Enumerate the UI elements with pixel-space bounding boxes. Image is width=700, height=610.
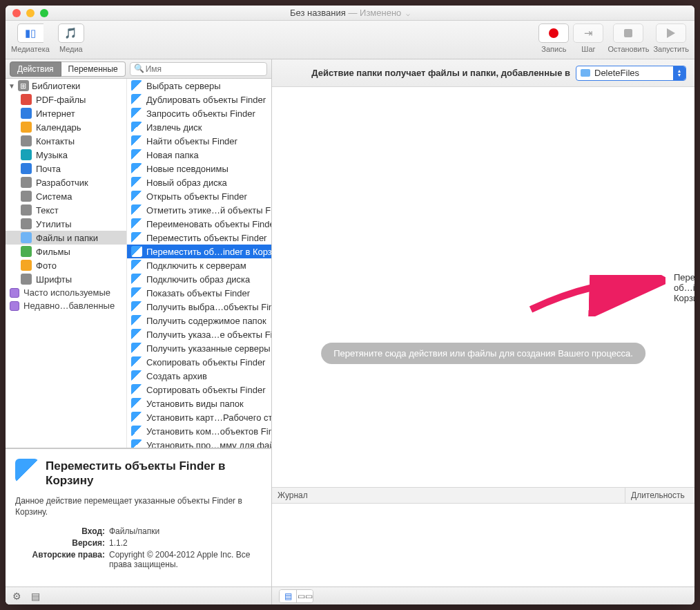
library-item[interactable]: Интернет	[6, 106, 126, 120]
library-item[interactable]: Разработчик	[6, 175, 126, 189]
action-row[interactable]: Получить выбра…объекты Finder	[127, 300, 271, 314]
smart-folder-label: Недавно…бавленные	[23, 301, 115, 311]
show-library-button[interactable]: ▮▯	[17, 23, 43, 43]
finder-icon	[131, 398, 142, 409]
action-row[interactable]: Подключить к серверам	[127, 258, 271, 272]
finder-icon	[131, 329, 142, 340]
action-row[interactable]: Выбрать серверы	[127, 79, 271, 93]
step-label: Шаг	[581, 45, 595, 53]
action-row[interactable]: Переименовать объекты Finder	[127, 217, 271, 231]
library-item-label: Фильмы	[36, 247, 70, 257]
tab-actions[interactable]: Действия	[10, 61, 61, 77]
minimize-button[interactable]	[26, 9, 35, 17]
record-button[interactable]	[538, 23, 569, 43]
action-row[interactable]: Новые псевдонимы	[127, 162, 271, 175]
library-panel-header: Действия Переменные 🔍	[6, 59, 271, 79]
close-button[interactable]	[12, 9, 21, 17]
placed-action[interactable]: Переместить об…inder в Корзину	[659, 272, 694, 303]
library-item[interactable]: Файлы и папки	[6, 231, 126, 245]
action-row[interactable]: Сортировать объекты Finder	[127, 383, 271, 397]
action-row[interactable]: Скопировать объекты Finder	[127, 355, 271, 369]
library-item[interactable]: Текст	[6, 203, 126, 217]
action-label: Сортировать объекты Finder	[146, 385, 265, 395]
action-row[interactable]: Получить указанные серверы	[127, 341, 271, 355]
library-item[interactable]: Контакты	[6, 134, 126, 148]
action-row[interactable]: Установить про…мму для файлов	[127, 438, 271, 448]
action-row[interactable]: Отметить этике…й объекты Finder	[127, 203, 271, 217]
detail-input-label: Вход:	[15, 526, 105, 536]
finder-icon	[659, 283, 670, 294]
action-label: Показать объекты Finder	[146, 288, 250, 298]
smart-folder[interactable]: Недавно…бавленные	[6, 299, 126, 312]
detail-copyright-label: Авторские права:	[15, 550, 105, 569]
category-icon	[21, 218, 32, 229]
finder-icon	[131, 218, 142, 229]
library-root[interactable]: ▼⊞Библиотеки	[6, 79, 126, 93]
action-row[interactable]: Получить содержимое папок	[127, 314, 271, 327]
title-chevron-icon[interactable]: ⌵	[406, 10, 410, 17]
gear-icon[interactable]: ⚙︎	[12, 591, 21, 602]
view-list-icon[interactable]: ▤	[280, 590, 296, 602]
finder-icon	[131, 204, 142, 216]
action-label: Установить виды папок	[146, 399, 244, 409]
log-col-journal[interactable]: Журнал	[272, 488, 625, 503]
action-list[interactable]: Выбрать серверыДублировать объекты Finde…	[127, 79, 271, 448]
action-label: Новая папка	[146, 150, 199, 160]
tab-variables[interactable]: Переменные	[61, 61, 126, 77]
log-col-duration[interactable]: Длительность	[625, 488, 694, 503]
library-root-label: Библиотеки	[32, 81, 80, 91]
zoom-button[interactable]	[40, 9, 48, 17]
action-row[interactable]: Открыть объекты Finder	[127, 189, 271, 203]
library-item[interactable]: Система	[6, 189, 126, 203]
action-row[interactable]: Подключить образ диска	[127, 272, 271, 286]
finder-icon	[131, 287, 142, 298]
action-row[interactable]: Переместить объекты Finder	[127, 231, 271, 245]
library-item[interactable]: Почта	[6, 162, 126, 175]
workflow-canvas[interactable]: Переместить об…inder в Корзину Перетянит…	[272, 87, 694, 487]
run-label: Запустить	[653, 45, 689, 53]
finder-icon	[131, 439, 142, 448]
action-row[interactable]: Переместить об…inder в Корзину	[127, 245, 271, 258]
titlebar: Без названия — Изменено ⌵	[6, 6, 694, 21]
action-row[interactable]: Новый образ диска	[127, 175, 271, 189]
category-icon	[21, 232, 32, 243]
stop-button[interactable]	[613, 23, 643, 43]
library-item[interactable]: PDF-файлы	[6, 93, 126, 106]
view-flow-icon[interactable]: ▭▭	[296, 590, 313, 602]
action-label: Скопировать объекты Finder	[146, 357, 265, 368]
action-row[interactable]: Найти объекты Finder	[127, 134, 271, 148]
step-button[interactable]	[573, 23, 603, 43]
action-row[interactable]: Создать архив	[127, 369, 271, 383]
action-row[interactable]: Извлечь диск	[127, 120, 271, 134]
action-row[interactable]: Установить виды папок	[127, 397, 271, 410]
library-toggle-label: Медиатека	[11, 45, 50, 53]
action-row[interactable]: Установить карт…Рабочего стола	[127, 410, 271, 424]
action-row[interactable]: Получить указа…е объекты Finder	[127, 327, 271, 341]
library-item[interactable]: Шрифты	[6, 272, 126, 286]
workflow-view-toggle[interactable]: ▤ ▭▭	[279, 589, 313, 603]
action-row[interactable]: Запросить объекты Finder	[127, 106, 271, 120]
action-row[interactable]: Дублировать объекты Finder	[127, 93, 271, 106]
action-label: Переместить об…inder в Корзину	[146, 247, 271, 257]
smart-folder[interactable]: Часто используемые	[6, 286, 126, 299]
action-row[interactable]: Показать объекты Finder	[127, 286, 271, 300]
library-item[interactable]: Фильмы	[6, 245, 126, 258]
sidebar-panel-icon: ▮▯	[25, 27, 36, 39]
action-row[interactable]: Установить ком…объектов Finder	[127, 424, 271, 438]
run-button[interactable]	[656, 23, 686, 43]
show-log-icon[interactable]: ▤	[31, 591, 40, 602]
library-item-label: Календарь	[36, 122, 81, 133]
library-item[interactable]: Календарь	[6, 120, 126, 134]
action-label: Извлечь диск	[146, 122, 202, 133]
library-item[interactable]: Утилиты	[6, 217, 126, 231]
stop-group: Остановить	[607, 23, 649, 53]
folder-select[interactable]: DeleteFiles ▴▾	[576, 66, 686, 81]
finder-icon	[131, 384, 142, 395]
media-button[interactable]: 🎵	[58, 23, 84, 43]
action-row[interactable]: Новая папка	[127, 148, 271, 162]
action-label: Получить выбра…объекты Finder	[146, 302, 271, 312]
library-item[interactable]: Фото	[6, 258, 126, 272]
library-category-list[interactable]: ▼⊞БиблиотекиPDF-файлыИнтернетКалендарьКо…	[6, 79, 127, 448]
library-item[interactable]: Музыка	[6, 148, 126, 162]
search-input[interactable]	[130, 62, 267, 76]
